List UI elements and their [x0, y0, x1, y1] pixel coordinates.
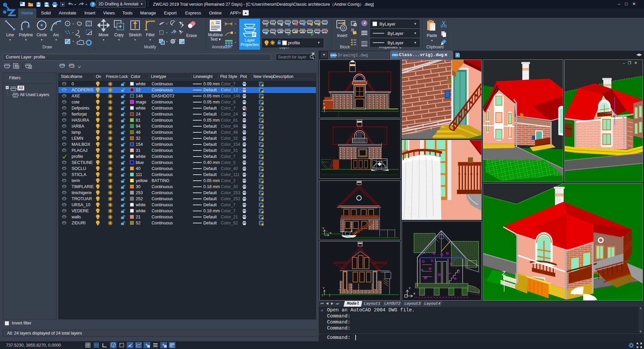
svg-text:Y: Y [409, 213, 411, 216]
svg-text:X: X [403, 203, 405, 207]
svg-text:Y: Y [323, 287, 325, 290]
svg-text:All: All [18, 86, 23, 90]
svg-text:?: ? [92, 2, 94, 6]
svg-text:+: + [456, 53, 458, 57]
svg-text:X: X [413, 292, 415, 295]
svg-text:Y: Y [409, 287, 411, 290]
svg-text:Y: Y [323, 102, 325, 105]
svg-text:Y: Y [322, 227, 324, 230]
svg-text:+: + [21, 2, 23, 6]
svg-text:All Used Layers: All Used Layers [20, 92, 49, 97]
svg-text:A: A [211, 20, 214, 26]
svg-text:Z: Z [502, 270, 506, 277]
svg-text:X: X [330, 231, 332, 234]
